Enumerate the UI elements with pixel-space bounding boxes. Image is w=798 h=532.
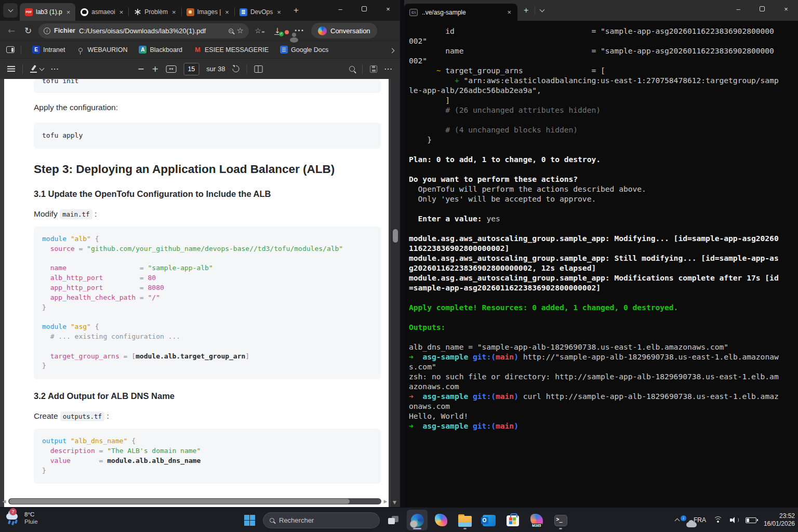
- volume-icon[interactable]: [730, 516, 738, 524]
- taskbar-edge[interactable]: [407, 510, 428, 530]
- terminal-output[interactable]: id = "sample-app-asg20260116223836902800…: [404, 21, 798, 431]
- fit-width-icon[interactable]: ↔: [166, 65, 176, 73]
- page-view-icon[interactable]: [254, 65, 262, 73]
- taskbar-outlook[interactable]: [478, 510, 499, 530]
- downloads-button[interactable]: ↓✓: [271, 26, 284, 35]
- bookmarks-overflow-button[interactable]: [390, 45, 394, 55]
- taskbar-terminal[interactable]: >_: [550, 510, 571, 530]
- inline-code: main.tf: [60, 209, 92, 219]
- images-icon: [187, 8, 194, 16]
- weather-icon: 7: [5, 510, 21, 526]
- toolbar-more-button[interactable]: ···: [51, 65, 59, 73]
- horizontal-scrollbar[interactable]: ◀ ▶: [0, 498, 390, 505]
- task-view-icon: [388, 516, 398, 524]
- tab-close-icon[interactable]: ×: [506, 9, 512, 16]
- close-button[interactable]: ×: [376, 0, 400, 18]
- tab-pdf[interactable]: PDF lab3 (1).p ×: [20, 3, 75, 21]
- scroll-right-arrow[interactable]: ▶: [381, 499, 390, 504]
- copilot-icon: [318, 26, 327, 35]
- terminal-tab-title: ..ve/asg-sample: [422, 9, 502, 16]
- close-button[interactable]: ×: [774, 0, 798, 18]
- code-line: Only 'yes' will be accepted to approve.: [409, 194, 798, 204]
- text: Modify: [34, 209, 60, 218]
- bookmark-intranet[interactable]: E Intranet: [28, 44, 70, 56]
- scrollbar-track[interactable]: [8, 498, 381, 504]
- tab-actions-button[interactable]: [3, 3, 18, 18]
- terminal-new-tab-button[interactable]: +: [517, 0, 535, 21]
- zoom-icon[interactable]: [229, 29, 233, 33]
- scrollbar-thumb[interactable]: [9, 499, 350, 504]
- save-icon[interactable]: [370, 65, 377, 73]
- bookmarks-bar: E Intranet WEBAURION A Blackboard M ESIE…: [0, 41, 400, 58]
- taskbar-m365[interactable]: M365: [526, 510, 547, 530]
- tab-close-icon[interactable]: ×: [65, 9, 72, 16]
- new-tab-button[interactable]: +: [289, 4, 303, 17]
- maximize-icon: [362, 6, 367, 11]
- back-button[interactable]: ←: [5, 25, 18, 36]
- pdf-more-button[interactable]: ···: [384, 65, 393, 73]
- tab-devops[interactable]: DevOps ×: [234, 3, 286, 21]
- draw-tool-button[interactable]: [30, 65, 44, 72]
- terminal-tab-dropdown[interactable]: [535, 6, 549, 15]
- url-field[interactable]: i Fichier C:/Users/oisas/Downloads/lab3%…: [38, 23, 249, 38]
- intranet-icon: E: [32, 46, 40, 54]
- scrollbar-thumb[interactable]: [393, 229, 398, 243]
- clock[interactable]: 23:52 16/01/2026: [764, 512, 795, 528]
- start-button[interactable]: [239, 510, 260, 530]
- sidebar-toggle-icon[interactable]: [6, 46, 15, 53]
- code-line: zsh: no such file or directory: http://s…: [409, 371, 798, 381]
- tab-close-icon[interactable]: ×: [276, 9, 282, 16]
- tab-images[interactable]: Images | ×: [181, 3, 234, 21]
- tab-close-icon[interactable]: ×: [118, 9, 125, 16]
- bookmark-webaurion[interactable]: WEBAURION: [72, 44, 132, 56]
- taskbar-copilot[interactable]: [431, 510, 451, 530]
- taskbar-search[interactable]: Rechercher: [263, 512, 380, 528]
- code-line: ➜ asg-sample git:(main) http://"sample-a…: [409, 352, 798, 362]
- zoom-out-button[interactable]: −: [138, 64, 144, 74]
- taskbar-store[interactable]: [502, 510, 523, 530]
- rotate-icon[interactable]: [231, 64, 241, 73]
- code-line: [409, 164, 798, 174]
- minimize-button[interactable]: –: [328, 0, 352, 18]
- code-line: output "alb_dns_name" {: [42, 436, 373, 446]
- search-icon[interactable]: [349, 66, 355, 72]
- vertical-scrollbar[interactable]: ▼: [391, 79, 400, 507]
- collections-icon[interactable]: ☆≡: [253, 26, 267, 35]
- terminal-tab[interactable]: C:\ ..ve/asg-sample ×: [404, 4, 517, 21]
- bookmark-messagerie[interactable]: M ESIEE MESSAGERIE: [189, 44, 273, 56]
- battery-icon[interactable]: [746, 517, 756, 523]
- code-line: }: [42, 303, 373, 313]
- code-line: + "arn:aws:elasticloadbalancing:us-east-…: [409, 75, 798, 85]
- browser-menu-button[interactable]: ···: [292, 26, 306, 35]
- bookmark-google-docs[interactable]: Google Docs: [275, 44, 333, 56]
- tab-close-icon[interactable]: ×: [171, 9, 177, 16]
- weather-widget[interactable]: 7 8°C Pluie: [5, 510, 38, 526]
- tab-github[interactable]: asmaeoi ×: [75, 3, 128, 21]
- maximize-button[interactable]: [750, 0, 774, 18]
- code-line: [409, 204, 798, 214]
- wifi-icon[interactable]: [713, 516, 723, 524]
- bookmark-blackboard[interactable]: A Blackboard: [134, 44, 187, 56]
- taskbar: 7 8°C Pluie Rechercher: [0, 507, 798, 532]
- code-line: module.asg.aws_autoscaling_group.sample_…: [409, 233, 798, 243]
- page-number-input[interactable]: 15: [183, 63, 199, 75]
- terminal-window: C:\ ..ve/asg-sample × + – × id = "sample…: [404, 0, 798, 507]
- tab-chatgpt[interactable]: Problèm ×: [128, 3, 181, 21]
- tab-close-icon[interactable]: ×: [224, 9, 230, 16]
- taskbar-explorer[interactable]: [455, 510, 475, 530]
- zoom-in-button[interactable]: +: [152, 64, 158, 74]
- task-view-button[interactable]: [383, 510, 404, 530]
- copilot-label: Conversation: [330, 27, 370, 35]
- refresh-button[interactable]: ↻: [22, 25, 34, 36]
- maximize-button[interactable]: [352, 0, 376, 18]
- copilot-button[interactable]: Conversation: [311, 23, 377, 38]
- favorite-star-icon[interactable]: ☆: [237, 26, 244, 35]
- scroll-down-arrow[interactable]: ▼: [393, 500, 396, 505]
- minimize-button[interactable]: –: [726, 0, 750, 18]
- scroll-left-arrow[interactable]: ◀: [0, 499, 8, 504]
- code-line: target_group_arns = [module.alb.target_g…: [42, 352, 373, 362]
- table-of-contents-icon[interactable]: [7, 66, 15, 72]
- code-line: module.asg.aws_autoscaling_group.sample_…: [409, 253, 798, 263]
- code-line: alb_http_port = 80: [42, 273, 373, 283]
- tray-overflow-button[interactable]: [675, 515, 679, 525]
